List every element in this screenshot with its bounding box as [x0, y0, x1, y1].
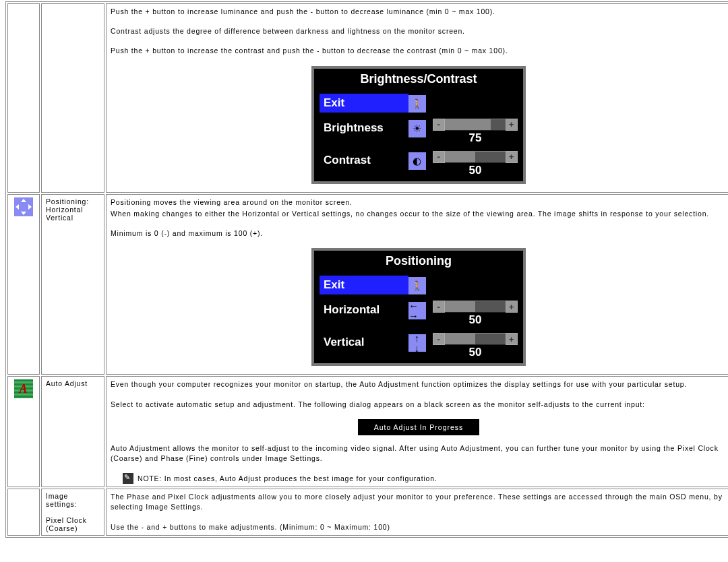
- settings-table: Push the + button to increase luminance …: [5, 1, 728, 538]
- text: Even though your computer recognizes you…: [111, 379, 727, 389]
- plus-button[interactable]: +: [506, 151, 518, 163]
- desc-cell: Even though your computer recognizes you…: [106, 376, 728, 487]
- plus-button[interactable]: +: [506, 301, 518, 313]
- svg-marker-3: [28, 204, 32, 210]
- desc-cell: Positioning moves the viewing area aroun…: [106, 194, 728, 375]
- auto-adjust-progress: Auto Adjust In Progress: [358, 419, 480, 435]
- vertical-value: 50: [433, 346, 518, 359]
- desc-cell: The Phase and Pixel Clock adjustments al…: [106, 489, 728, 536]
- row-image-settings: Image settings: Pixel Clock (Coarse) The…: [7, 489, 728, 536]
- minus-button[interactable]: -: [433, 151, 445, 163]
- brightness-icon: ☀: [408, 120, 426, 137]
- plus-button[interactable]: +: [506, 119, 518, 131]
- row-label: Positioning:: [46, 197, 89, 206]
- icon-cell: [7, 194, 40, 375]
- label-cell: Positioning: Horizontal Vertical: [41, 194, 104, 375]
- svg-marker-1: [21, 212, 26, 215]
- exit-icon: 🚶: [408, 95, 426, 113]
- icon-cell: [7, 489, 40, 536]
- icon-cell: A: [7, 376, 40, 487]
- osd-brightness-contrast: Brightness/Contrast Exit 🚶 Brightness ☀ …: [311, 66, 526, 184]
- brightness-value: 75: [433, 131, 518, 145]
- horizontal-value: 50: [433, 313, 518, 327]
- positioning-icon: [14, 197, 33, 216]
- osd-exit[interactable]: Exit: [320, 94, 408, 113]
- desc-cell: Push the + button to increase luminance …: [106, 3, 728, 193]
- vertical-slider[interactable]: - +: [433, 333, 518, 345]
- vertical-icon: ↑↓: [408, 334, 426, 352]
- contrast-icon: ◐: [408, 152, 426, 170]
- minus-button[interactable]: -: [433, 119, 445, 131]
- icon-cell: [7, 3, 40, 193]
- text: Select to activate automatic setup and a…: [111, 400, 727, 410]
- osd-contrast-label: Contrast: [320, 151, 408, 170]
- row-label: Pixel Clock: [46, 516, 87, 524]
- svg-marker-0: [21, 199, 26, 202]
- row-label: (Coarse): [46, 524, 78, 532]
- horizontal-slider[interactable]: - +: [433, 301, 518, 313]
- osd-positioning: Positioning Exit 🚶 Horizontal ← → - +: [311, 248, 526, 366]
- osd-brightness-label: Brightness: [320, 119, 408, 137]
- text: When making changes to either the Horizo…: [111, 209, 727, 219]
- text: The Phase and Pixel Clock adjustments al…: [111, 492, 727, 512]
- note-text: NOTE: In most cases, Auto Adjust produce…: [138, 474, 437, 482]
- osd-exit[interactable]: Exit: [320, 276, 408, 294]
- text: Minimum is 0 (-) and maximum is 100 (+).: [111, 228, 727, 239]
- label-cell: [41, 3, 104, 193]
- svg-marker-2: [16, 204, 19, 210]
- brightness-slider[interactable]: - +: [433, 119, 518, 131]
- contrast-value: 50: [433, 164, 518, 177]
- row-label: Image: [46, 492, 68, 500]
- osd-vertical-label: Vertical: [320, 333, 408, 352]
- label-cell: Auto Adjust: [41, 376, 104, 487]
- row-brightness-contrast: Push the + button to increase luminance …: [7, 3, 728, 193]
- row-positioning: Positioning: Horizontal Vertical Positio…: [7, 194, 728, 375]
- osd-horizontal-label: Horizontal: [320, 301, 408, 319]
- note-icon: [123, 473, 133, 484]
- row-label: settings:: [46, 500, 77, 508]
- exit-icon: 🚶: [408, 277, 426, 294]
- label-cell: Image settings: Pixel Clock (Coarse): [41, 489, 104, 536]
- minus-button[interactable]: -: [433, 301, 445, 313]
- horizontal-icon: ← →: [408, 302, 426, 319]
- text: Push the + button to increase luminance …: [111, 7, 727, 17]
- osd-title: Brightness/Contrast: [314, 69, 523, 92]
- plus-button[interactable]: +: [506, 333, 518, 345]
- text: Positioning moves the viewing area aroun…: [111, 197, 727, 208]
- auto-adjust-icon: A: [14, 379, 33, 398]
- contrast-slider[interactable]: - +: [433, 151, 518, 163]
- text: Push the + button to increase the contra…: [111, 46, 727, 56]
- row-label: Auto Adjust: [46, 379, 88, 387]
- text: Contrast adjusts the degree of differenc…: [111, 26, 727, 36]
- osd-title: Positioning: [314, 251, 523, 274]
- text: Use the - and + buttons to make adjustme…: [111, 522, 727, 532]
- row-label: Vertical: [46, 214, 73, 222]
- minus-button[interactable]: -: [433, 333, 445, 345]
- text: Auto Adjustment allows the monitor to se…: [111, 443, 727, 464]
- row-auto-adjust: A Auto Adjust Even though your computer …: [7, 376, 728, 487]
- row-label: Horizontal: [46, 206, 83, 214]
